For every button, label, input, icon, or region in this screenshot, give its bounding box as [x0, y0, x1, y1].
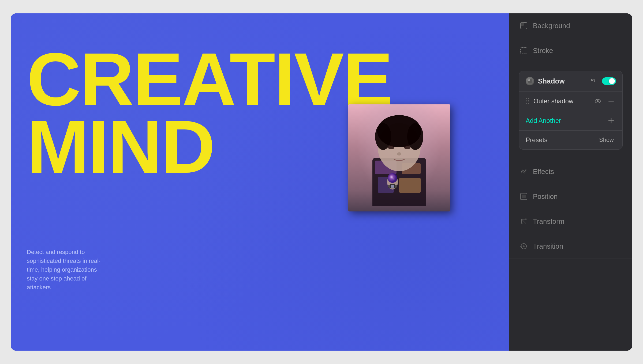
add-another-row[interactable]: Add Another [519, 111, 622, 131]
svg-point-34 [525, 218, 527, 220]
svg-point-25 [597, 100, 599, 102]
svg-point-30 [525, 169, 526, 170]
stroke-icon [519, 46, 529, 55]
app-window: CREATIVE MIND [11, 13, 632, 351]
canvas-area: CREATIVE MIND [11, 13, 509, 351]
add-another-button[interactable] [606, 116, 616, 126]
position-icon [519, 192, 529, 201]
svg-rect-18 [391, 185, 394, 188]
effects-section[interactable]: Effects [509, 159, 632, 184]
transition-icon [519, 241, 529, 251]
shadow-header: Shadow [519, 71, 622, 92]
background-icon [519, 21, 529, 31]
svg-rect-4 [399, 178, 421, 193]
svg-rect-20 [521, 22, 524, 26]
presets-label: Presets [526, 136, 597, 144]
shadow-panel: Shadow Outer [519, 71, 623, 150]
svg-point-33 [521, 223, 522, 224]
stroke-section[interactable]: Stroke [509, 38, 632, 63]
svg-point-22 [528, 79, 532, 84]
bottom-sections: Effects Position [509, 157, 632, 351]
right-panel: Background Stroke [509, 13, 632, 351]
svg-point-23 [528, 79, 530, 81]
add-another-label: Add Another [526, 117, 606, 124]
undo-button[interactable] [589, 76, 598, 86]
presets-row: Presets Show [519, 131, 622, 149]
transform-icon [519, 217, 529, 226]
portrait-figure [348, 104, 450, 211]
transform-label: Transform [533, 217, 565, 226]
transform-section[interactable]: Transform [509, 209, 632, 234]
svg-point-10 [404, 145, 410, 149]
shadow-icon [526, 77, 534, 85]
position-section[interactable]: Position [509, 184, 632, 209]
stroke-label: Stroke [533, 47, 553, 55]
background-label: Background [533, 22, 570, 30]
outer-shadow-row: Outer shadow [519, 92, 622, 111]
remove-shadow-button[interactable] [606, 96, 616, 106]
shadow-title: Shadow [538, 77, 585, 85]
portrait-image [348, 104, 450, 211]
svg-point-11 [397, 152, 401, 156]
effects-label: Effects [533, 168, 554, 176]
outer-shadow-label: Outer shadow [533, 97, 589, 105]
transition-label: Transition [533, 242, 563, 251]
svg-rect-21 [521, 47, 527, 54]
position-label: Position [533, 192, 558, 201]
body-text: Detect and respond to sophisticated thre… [27, 248, 107, 292]
transition-section[interactable]: Transition [509, 234, 632, 259]
svg-point-36 [523, 245, 525, 247]
svg-point-29 [521, 171, 522, 172]
svg-point-9 [388, 145, 394, 149]
svg-point-38 [520, 246, 521, 247]
svg-rect-32 [522, 195, 526, 198]
show-presets-button[interactable]: Show [597, 135, 616, 145]
shadow-toggle[interactable] [602, 77, 616, 85]
visibility-toggle-button[interactable] [593, 96, 603, 106]
background-section[interactable]: Background [509, 13, 632, 38]
drag-handle[interactable] [526, 98, 530, 104]
person-svg [362, 110, 437, 206]
effects-icon [519, 167, 529, 176]
